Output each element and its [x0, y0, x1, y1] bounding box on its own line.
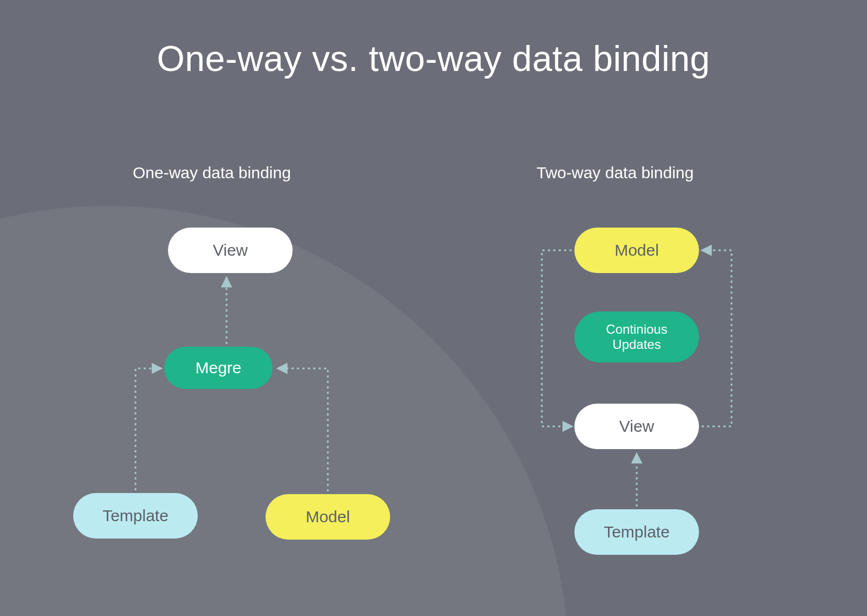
left-view-label: View	[213, 241, 248, 260]
left-view-node: View	[168, 228, 293, 273]
left-template-label: Template	[102, 507, 169, 526]
left-model-label: Model	[306, 508, 350, 527]
left-merge-node: Megre	[164, 347, 273, 389]
right-updates-node: Continious Updates	[574, 312, 699, 362]
right-template-label: Template	[604, 523, 670, 542]
arrow-model-to-view	[542, 250, 572, 426]
left-template-node: Template	[73, 493, 198, 539]
main-title: One-way vs. two-way data binding	[0, 38, 867, 79]
right-view-node: View	[574, 404, 699, 449]
right-model-node: Model	[574, 228, 699, 273]
right-updates-label: Continious Updates	[590, 322, 684, 352]
left-model-node: Model	[266, 494, 390, 540]
right-model-label: Model	[614, 241, 659, 260]
right-subtitle: Two-way data binding	[536, 164, 694, 182]
left-merge-label: Megre	[195, 359, 241, 378]
diagram-canvas: One-way vs. two-way data binding One-way…	[0, 0, 867, 616]
right-view-label: View	[619, 417, 654, 436]
arrow-view-to-model	[702, 250, 732, 426]
right-template-node: Template	[574, 509, 699, 555]
left-subtitle: One-way data binding	[133, 164, 291, 182]
